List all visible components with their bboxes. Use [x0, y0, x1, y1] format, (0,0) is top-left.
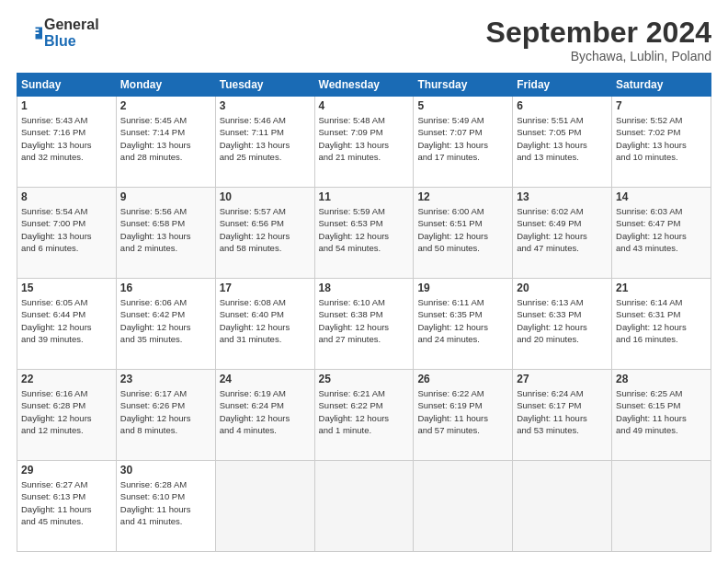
- day-number: 5: [417, 99, 508, 112]
- calendar-day-cell: 27Sunrise: 6:24 AM Sunset: 6:17 PM Dayli…: [513, 370, 612, 461]
- day-number: 27: [517, 373, 608, 385]
- calendar-day-cell: 11Sunrise: 5:59 AM Sunset: 6:53 PM Dayli…: [314, 188, 414, 279]
- day-number: 26: [417, 373, 508, 385]
- title-block: September 2024 Bychawa, Lublin, Poland: [486, 17, 711, 63]
- calendar-week-row: 29Sunrise: 6:27 AM Sunset: 6:13 PM Dayli…: [17, 461, 711, 552]
- calendar-day-cell: 17Sunrise: 6:08 AM Sunset: 6:40 PM Dayli…: [215, 279, 314, 370]
- calendar-week-row: 22Sunrise: 6:16 AM Sunset: 6:28 PM Dayli…: [17, 370, 711, 461]
- day-number: 19: [417, 282, 508, 294]
- calendar-day-cell: [612, 461, 711, 552]
- logo: General Blue: [17, 17, 99, 49]
- col-header-saturday: Saturday: [612, 74, 711, 97]
- calendar-day-cell: 21Sunrise: 6:14 AM Sunset: 6:31 PM Dayli…: [612, 279, 711, 370]
- day-info: Sunrise: 5:57 AM Sunset: 6:56 PM Dayligh…: [220, 205, 311, 254]
- calendar-day-cell: 14Sunrise: 6:03 AM Sunset: 6:47 PM Dayli…: [612, 188, 711, 279]
- day-number: 18: [319, 282, 410, 294]
- calendar-day-cell: 3Sunrise: 5:46 AM Sunset: 7:11 PM Daylig…: [215, 97, 314, 188]
- day-info: Sunrise: 6:27 AM Sunset: 6:13 PM Dayligh…: [21, 478, 112, 527]
- day-number: 29: [21, 464, 112, 477]
- day-number: 1: [21, 99, 112, 112]
- calendar-day-cell: 12Sunrise: 6:00 AM Sunset: 6:51 PM Dayli…: [414, 188, 513, 279]
- day-info: Sunrise: 6:17 AM Sunset: 6:26 PM Dayligh…: [120, 387, 211, 436]
- day-info: Sunrise: 6:21 AM Sunset: 6:22 PM Dayligh…: [319, 387, 410, 436]
- day-info: Sunrise: 5:48 AM Sunset: 7:09 PM Dayligh…: [319, 114, 410, 163]
- day-number: 3: [220, 99, 311, 112]
- calendar-table: SundayMondayTuesdayWednesdayThursdayFrid…: [17, 73, 711, 552]
- day-info: Sunrise: 6:00 AM Sunset: 6:51 PM Dayligh…: [417, 205, 508, 254]
- calendar-day-cell: [513, 461, 612, 552]
- day-number: 10: [220, 190, 311, 203]
- day-number: 12: [417, 190, 508, 203]
- page: General Blue September 2024 Bychawa, Lub…: [0, 0, 728, 563]
- day-info: Sunrise: 6:14 AM Sunset: 6:31 PM Dayligh…: [616, 296, 707, 345]
- day-info: Sunrise: 6:06 AM Sunset: 6:42 PM Dayligh…: [120, 296, 211, 345]
- month-title: September 2024: [486, 17, 711, 49]
- day-number: 21: [616, 282, 707, 294]
- day-info: Sunrise: 5:45 AM Sunset: 7:14 PM Dayligh…: [120, 114, 211, 163]
- logo-text: General Blue: [44, 17, 99, 49]
- day-info: Sunrise: 6:10 AM Sunset: 6:38 PM Dayligh…: [319, 296, 410, 345]
- svg-marker-2: [36, 30, 41, 32]
- day-number: 23: [120, 373, 211, 385]
- day-info: Sunrise: 6:13 AM Sunset: 6:33 PM Dayligh…: [517, 296, 608, 345]
- day-number: 13: [517, 190, 608, 203]
- calendar-day-cell: 19Sunrise: 6:11 AM Sunset: 6:35 PM Dayli…: [414, 279, 513, 370]
- calendar-day-cell: 28Sunrise: 6:25 AM Sunset: 6:15 PM Dayli…: [612, 370, 711, 461]
- calendar-day-cell: 1Sunrise: 5:43 AM Sunset: 7:16 PM Daylig…: [17, 97, 117, 188]
- calendar-day-cell: [314, 461, 414, 552]
- calendar-day-cell: 9Sunrise: 5:56 AM Sunset: 6:58 PM Daylig…: [116, 188, 215, 279]
- calendar-day-cell: 10Sunrise: 5:57 AM Sunset: 6:56 PM Dayli…: [215, 188, 314, 279]
- day-number: 16: [120, 282, 211, 294]
- day-info: Sunrise: 6:05 AM Sunset: 6:44 PM Dayligh…: [21, 296, 112, 345]
- col-header-wednesday: Wednesday: [314, 74, 414, 97]
- day-info: Sunrise: 5:59 AM Sunset: 6:53 PM Dayligh…: [319, 205, 410, 254]
- calendar-day-cell: 2Sunrise: 5:45 AM Sunset: 7:14 PM Daylig…: [116, 97, 215, 188]
- calendar-day-cell: [215, 461, 314, 552]
- calendar-week-row: 1Sunrise: 5:43 AM Sunset: 7:16 PM Daylig…: [17, 97, 711, 188]
- day-info: Sunrise: 5:49 AM Sunset: 7:07 PM Dayligh…: [417, 114, 508, 163]
- day-info: Sunrise: 6:08 AM Sunset: 6:40 PM Dayligh…: [220, 296, 311, 345]
- logo-blue: Blue: [44, 33, 99, 50]
- day-number: 8: [21, 190, 112, 203]
- day-number: 11: [319, 190, 410, 203]
- day-info: Sunrise: 5:46 AM Sunset: 7:11 PM Dayligh…: [220, 114, 311, 163]
- calendar-day-cell: 16Sunrise: 6:06 AM Sunset: 6:42 PM Dayli…: [116, 279, 215, 370]
- day-info: Sunrise: 6:11 AM Sunset: 6:35 PM Dayligh…: [417, 296, 508, 345]
- calendar-day-cell: 18Sunrise: 6:10 AM Sunset: 6:38 PM Dayli…: [314, 279, 414, 370]
- logo-icon: [17, 20, 42, 46]
- calendar-day-cell: 22Sunrise: 6:16 AM Sunset: 6:28 PM Dayli…: [17, 370, 117, 461]
- day-info: Sunrise: 6:25 AM Sunset: 6:15 PM Dayligh…: [616, 387, 707, 436]
- calendar-day-cell: 15Sunrise: 6:05 AM Sunset: 6:44 PM Dayli…: [17, 279, 117, 370]
- location: Bychawa, Lublin, Poland: [486, 49, 711, 63]
- col-header-thursday: Thursday: [414, 74, 513, 97]
- day-number: 4: [319, 99, 410, 112]
- day-number: 7: [616, 99, 707, 112]
- calendar-day-cell: 29Sunrise: 6:27 AM Sunset: 6:13 PM Dayli…: [17, 461, 117, 552]
- calendar-day-cell: [414, 461, 513, 552]
- calendar-day-cell: 8Sunrise: 5:54 AM Sunset: 7:00 PM Daylig…: [17, 188, 117, 279]
- day-number: 15: [21, 282, 112, 294]
- day-info: Sunrise: 6:22 AM Sunset: 6:19 PM Dayligh…: [417, 387, 508, 436]
- day-number: 14: [616, 190, 707, 203]
- day-info: Sunrise: 5:51 AM Sunset: 7:05 PM Dayligh…: [517, 114, 608, 163]
- header: General Blue September 2024 Bychawa, Lub…: [17, 17, 711, 63]
- calendar-day-cell: 26Sunrise: 6:22 AM Sunset: 6:19 PM Dayli…: [414, 370, 513, 461]
- day-number: 6: [517, 99, 608, 112]
- day-info: Sunrise: 5:56 AM Sunset: 6:58 PM Dayligh…: [120, 205, 211, 254]
- calendar-day-cell: 20Sunrise: 6:13 AM Sunset: 6:33 PM Dayli…: [513, 279, 612, 370]
- day-info: Sunrise: 6:19 AM Sunset: 6:24 PM Dayligh…: [220, 387, 311, 436]
- calendar-day-cell: 13Sunrise: 6:02 AM Sunset: 6:49 PM Dayli…: [513, 188, 612, 279]
- day-info: Sunrise: 6:24 AM Sunset: 6:17 PM Dayligh…: [517, 387, 608, 436]
- calendar-day-cell: 4Sunrise: 5:48 AM Sunset: 7:09 PM Daylig…: [314, 97, 414, 188]
- day-info: Sunrise: 6:16 AM Sunset: 6:28 PM Dayligh…: [21, 387, 112, 436]
- day-number: 30: [120, 464, 211, 477]
- calendar-header-row: SundayMondayTuesdayWednesdayThursdayFrid…: [17, 74, 711, 97]
- svg-rect-0: [17, 20, 42, 46]
- day-info: Sunrise: 6:28 AM Sunset: 6:10 PM Dayligh…: [120, 478, 211, 527]
- day-number: 2: [120, 99, 211, 112]
- day-number: 28: [616, 373, 707, 385]
- day-info: Sunrise: 5:43 AM Sunset: 7:16 PM Dayligh…: [21, 114, 112, 163]
- day-number: 24: [220, 373, 311, 385]
- calendar-day-cell: 7Sunrise: 5:52 AM Sunset: 7:02 PM Daylig…: [612, 97, 711, 188]
- day-number: 25: [319, 373, 410, 385]
